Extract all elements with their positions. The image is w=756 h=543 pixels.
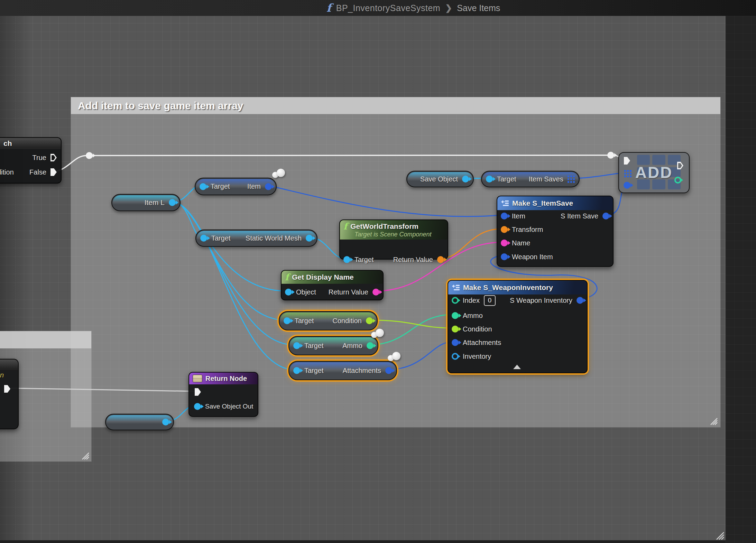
get-condition-node[interactable]: Target Condition: [279, 311, 378, 330]
make-struct-icon: [452, 284, 460, 291]
variable-item-l[interactable]: Item L: [111, 194, 181, 211]
left-shadow: [0, 16, 31, 540]
right-panel-edge: [726, 16, 756, 543]
branch-title: ch: [3, 139, 12, 148]
branch-node[interactable]: ch True False dition: [0, 137, 62, 184]
make-s-itemsave-node[interactable]: Make S_ItemSave Item Transform Name Weap…: [497, 196, 614, 267]
make-s-weaponinventory-node[interactable]: Make S_WeaponInventory Index 0 Ammo Cond…: [448, 280, 588, 373]
exec-in-pin[interactable]: [195, 388, 201, 396]
object-pin[interactable]: [285, 289, 292, 296]
target-pin[interactable]: [293, 367, 300, 374]
inventory-pin[interactable]: [452, 353, 459, 360]
index-out-pin[interactable]: [674, 177, 681, 184]
target-pin[interactable]: [293, 342, 300, 349]
comment-header[interactable]: Add item to save game item array: [71, 97, 720, 114]
condition-output-pin[interactable]: [366, 317, 373, 324]
name-pin[interactable]: [501, 240, 508, 246]
weapon-item-pin[interactable]: [501, 253, 508, 260]
s-weapon-inventory-output-pin[interactable]: [577, 297, 583, 304]
ammo-output-pin[interactable]: [367, 342, 374, 349]
make-struct-icon: [501, 200, 509, 207]
partial-node-subtitle: n: [0, 371, 4, 379]
target-pin[interactable]: [200, 183, 206, 190]
function-icon: f: [343, 222, 347, 231]
transform-pin[interactable]: [501, 226, 508, 233]
return-value-pin[interactable]: [372, 289, 379, 296]
breadcrumb-blueprint[interactable]: BP_InventorySaveSystem: [336, 3, 440, 13]
save-object-out-pin[interactable]: [194, 403, 201, 410]
array-input-pin[interactable]: [624, 170, 631, 177]
get-item-node[interactable]: Target Item: [195, 178, 277, 195]
get-world-transform-node[interactable]: f GetWorldTransform Target is Scene Comp…: [339, 219, 448, 260]
exec-pin-false[interactable]: [50, 168, 57, 176]
branch-true-pin-row[interactable]: True: [33, 153, 57, 162]
bottom-panel-edge: [0, 540, 726, 543]
comment-title: Add item to save game item array: [71, 100, 243, 112]
item-pin[interactable]: [501, 213, 508, 219]
exec-out-pin[interactable]: [4, 385, 10, 393]
array-add-node[interactable]: ADD: [618, 152, 690, 193]
comment-resize-grip[interactable]: [709, 418, 718, 425]
get-static-world-mesh-node[interactable]: Target Static World Mesh: [195, 230, 317, 247]
branch-false-pin-row[interactable]: False: [29, 168, 57, 177]
graph-title-bar: f BP_InventorySaveSystem ❯ Save Items: [0, 0, 756, 16]
partial-node[interactable]: n: [0, 359, 19, 429]
get-item-saves-node[interactable]: Target Item Saves: [481, 171, 580, 187]
attachments-output-pin[interactable]: [385, 367, 392, 374]
branch-header: ch: [0, 138, 61, 149]
condition-pin[interactable]: [452, 326, 459, 333]
target-pin[interactable]: [200, 235, 207, 242]
branch-condition-row: dition: [0, 168, 14, 177]
comment-header-partial[interactable]: [0, 331, 91, 348]
return-node[interactable]: Return Node Save Object Out: [188, 372, 258, 417]
attachments-pin[interactable]: [452, 339, 459, 346]
target-pin[interactable]: [284, 317, 291, 324]
breadcrumb-page[interactable]: Save Items: [457, 3, 500, 13]
index-pin[interactable]: [452, 297, 459, 304]
output-pin-item-l[interactable]: [169, 199, 176, 206]
return-value-pin[interactable]: [437, 256, 444, 263]
target-subtitle: Target is Scene Component: [354, 231, 444, 238]
variable-save-object-top[interactable]: Save Object: [406, 171, 474, 187]
return-node-icon: [193, 375, 202, 382]
panel-resize-grip[interactable]: [714, 532, 724, 540]
get-ammo-node[interactable]: Target Ammo: [288, 336, 378, 355]
comment-resize-grip[interactable]: [80, 452, 89, 460]
get-attachments-node[interactable]: Target Attachments: [288, 361, 397, 380]
array-output-pin[interactable]: [568, 176, 575, 183]
save-object-output-pin[interactable]: [162, 419, 169, 425]
variable-save-object-bottom[interactable]: [105, 414, 174, 430]
function-icon: f: [326, 2, 331, 13]
element-input-pin[interactable]: [624, 182, 630, 189]
target-pin[interactable]: [343, 256, 350, 263]
s-item-save-output-pin[interactable]: [602, 213, 609, 219]
static-world-mesh-output-pin[interactable]: [306, 235, 313, 242]
chevron-right-icon: ❯: [445, 3, 452, 13]
index-value-input[interactable]: 0: [484, 295, 496, 306]
exec-pin-true[interactable]: [50, 154, 57, 161]
target-pin[interactable]: [486, 176, 493, 182]
get-display-name-node[interactable]: f Get Display Name Object Return Value: [281, 270, 384, 300]
function-icon: f: [285, 273, 289, 282]
save-object-output-pin[interactable]: [462, 176, 469, 182]
ammo-pin[interactable]: [452, 312, 459, 319]
blueprint-editor: Add item to save game item array: [0, 0, 756, 543]
item-output-pin[interactable]: [265, 183, 272, 190]
breadcrumb: f BP_InventorySaveSystem ❯ Save Items: [326, 0, 500, 16]
collapse-arrow-icon[interactable]: [513, 365, 521, 369]
